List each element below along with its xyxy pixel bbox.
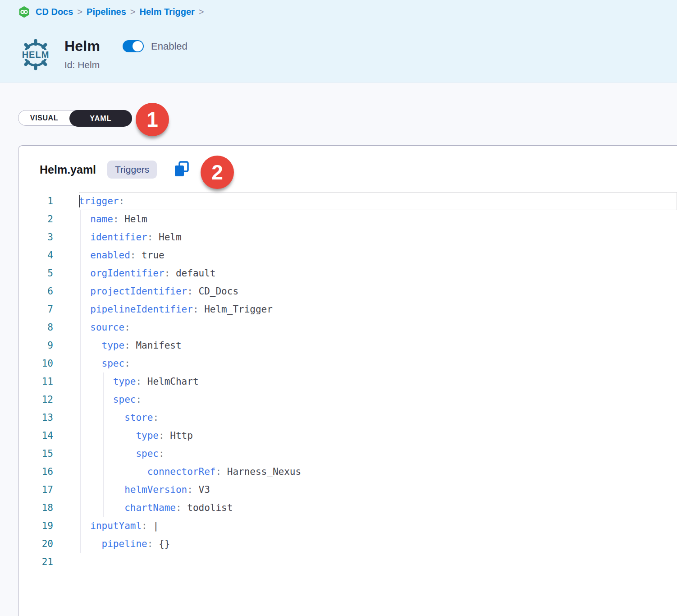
indent-guide: [80, 535, 81, 553]
triggers-tag[interactable]: Triggers: [107, 161, 157, 179]
line-number: 1: [18, 192, 53, 210]
tab-visual[interactable]: VISUAL: [18, 110, 70, 125]
code-line-content[interactable]: type: Manifest: [79, 336, 677, 354]
code-line: 21: [18, 553, 677, 571]
yaml-colon: :: [165, 268, 170, 279]
visual-yaml-switch: VISUAL YAML: [18, 110, 132, 126]
indent-guide: [103, 463, 104, 481]
code-line-content[interactable]: enabled: true: [79, 246, 677, 264]
yaml-colon: :: [136, 376, 142, 387]
yaml-value: Helm: [153, 232, 181, 243]
code-line-content[interactable]: trigger:: [79, 192, 677, 210]
code-line-content[interactable]: spec:: [79, 354, 677, 372]
yaml-colon: :: [130, 250, 136, 261]
indent-guide: [103, 427, 104, 445]
code-line: 7 pipelineIdentifier: Helm_Trigger: [18, 300, 677, 318]
indent-guide: [80, 445, 81, 463]
code-line-content[interactable]: inputYaml: |: [79, 517, 677, 535]
code-line-content[interactable]: spec:: [79, 445, 677, 463]
code-line-content[interactable]: chartName: todolist: [79, 499, 677, 517]
code-line: 4 enabled: true: [18, 246, 677, 264]
yaml-colon: :: [215, 466, 221, 477]
code-line-content[interactable]: helmVersion: V3: [79, 481, 677, 499]
code-line: 15 spec:: [18, 445, 677, 463]
code-line-content[interactable]: type: Http: [79, 427, 677, 445]
code-line-content[interactable]: spec:: [79, 391, 677, 409]
line-number: 7: [18, 300, 53, 318]
indent-guide: [80, 210, 81, 228]
yaml-colon: :: [124, 340, 130, 351]
code-line-content[interactable]: projectIdentifier: CD_Docs: [79, 282, 677, 300]
breadcrumb-link[interactable]: Helm Trigger: [140, 7, 195, 17]
yaml-key: trigger: [79, 196, 119, 207]
yaml-value: todolist: [182, 502, 233, 513]
yaml-colon: :: [119, 196, 125, 207]
code-line-content[interactable]: type: HelmChart: [79, 372, 677, 391]
cd-module-icon: [18, 6, 30, 18]
indent-guide: [80, 463, 81, 481]
yaml-editor-panel: Helm.yaml Triggers 1trigger:2 name: Helm…: [18, 145, 677, 616]
code-line: 16 connectorRef: Harness_Nexus: [18, 463, 677, 481]
line-number: 8: [18, 318, 53, 336]
yaml-key: projectIdentifier: [90, 286, 187, 297]
yaml-key: pipelineIdentifier: [90, 304, 193, 315]
indent-guide: [80, 409, 81, 427]
code-line-content[interactable]: connectorRef: Harness_Nexus: [79, 463, 677, 481]
indent-guide: [103, 481, 104, 499]
yaml-value: Helm_Trigger: [199, 304, 273, 315]
yaml-value: true: [136, 250, 164, 261]
tab-yaml[interactable]: YAML: [69, 110, 132, 127]
code-line: 8 source:: [18, 318, 677, 336]
yaml-key: pipeline: [102, 538, 147, 549]
line-number: 6: [18, 282, 53, 300]
code-line: 5 orgIdentifier: default: [18, 264, 677, 282]
indent-guide: [103, 391, 104, 409]
yaml-code-editor[interactable]: 1trigger:2 name: Helm3 identifier: Helm4…: [18, 192, 677, 571]
panel-header: Helm.yaml Triggers: [18, 146, 677, 179]
yaml-key: inputYaml: [90, 520, 142, 531]
yaml-colon: :: [147, 232, 153, 243]
indent-guide: [80, 264, 81, 282]
trigger-id-text: Id: Helm: [64, 60, 188, 70]
page-header: CD Docs>Pipelines>Helm Trigger> HELM Hel…: [0, 0, 677, 83]
yaml-key: spec: [102, 358, 125, 369]
line-number: 10: [18, 354, 53, 372]
yaml-colon: :: [187, 484, 193, 495]
text-cursor: [79, 195, 80, 207]
code-line: 1trigger:: [18, 192, 677, 210]
code-line: 20 pipeline: {}: [18, 535, 677, 553]
yaml-colon: :: [124, 358, 130, 369]
line-number: 16: [18, 463, 53, 481]
code-line: 3 identifier: Helm: [18, 228, 677, 246]
code-line-content[interactable]: pipeline: {}: [79, 535, 677, 553]
code-line-content[interactable]: name: Helm: [79, 210, 677, 228]
code-line-content[interactable]: identifier: Helm: [79, 228, 677, 246]
yaml-key: helmVersion: [124, 484, 187, 495]
yaml-colon: :: [113, 214, 119, 225]
breadcrumb-link[interactable]: CD Docs: [36, 7, 73, 17]
annotation-badge-1: 1: [136, 103, 169, 136]
indent-guide: [103, 372, 104, 391]
indent-guide: [80, 517, 81, 535]
yaml-value: Harness_Nexus: [221, 466, 301, 477]
yaml-value: V3: [193, 484, 210, 495]
breadcrumb-link[interactable]: Pipelines: [87, 7, 126, 17]
indent-guide: [80, 282, 81, 300]
toggle-knob: [133, 41, 143, 51]
yaml-key: source: [90, 322, 124, 333]
yaml-key: connectorRef: [147, 466, 216, 477]
code-line: 12 spec:: [18, 391, 677, 409]
code-line-content[interactable]: [79, 553, 677, 571]
line-number: 11: [18, 372, 53, 391]
yaml-colon: :: [147, 538, 153, 549]
enabled-toggle[interactable]: [123, 40, 144, 52]
line-number: 14: [18, 427, 53, 445]
indent-guide: [80, 391, 81, 409]
yaml-key: spec: [113, 394, 136, 405]
code-line-content[interactable]: orgIdentifier: default: [79, 264, 677, 282]
code-line-content[interactable]: store:: [79, 409, 677, 427]
code-line-content[interactable]: pipelineIdentifier: Helm_Trigger: [79, 300, 677, 318]
code-line-content[interactable]: source:: [79, 318, 677, 336]
code-line: 9 type: Manifest: [18, 336, 677, 354]
copy-button[interactable]: [174, 161, 190, 179]
